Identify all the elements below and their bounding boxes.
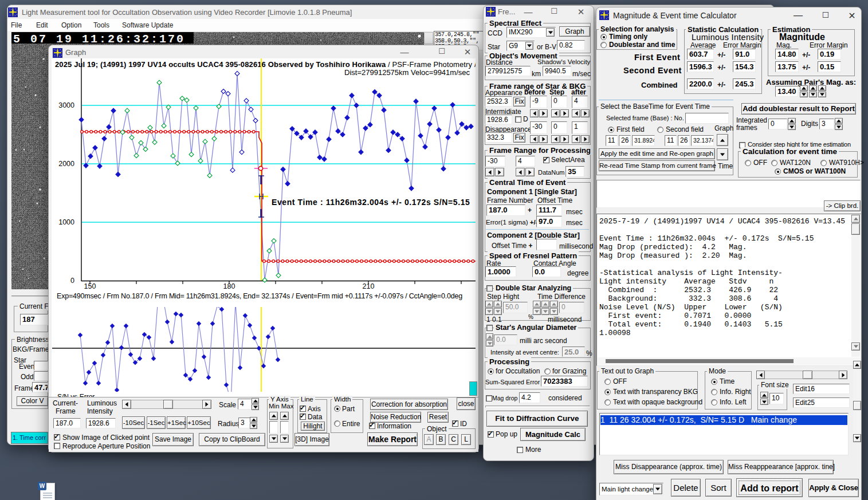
svg-text:Event Time : 11h26m32.004s +/: Event Time : 11h26m32.004s +/- 0.172s S/…: [272, 198, 470, 207]
svg-text:S/N vs Error: S/N vs Error: [57, 393, 95, 397]
svg-text:180: 180: [223, 282, 235, 290]
svg-text:Dist=279912575km Veloc=9941m/s: Dist=279912575km Veloc=9941m/sec: [344, 68, 470, 77]
svg-text:2025 Jul 19; (14991) 1997 UV14: 2025 Jul 19; (14991) 1997 UV14 occults U…: [55, 60, 476, 69]
svg-text:1000: 1000: [58, 218, 74, 226]
svg-text:210: 210: [363, 282, 375, 290]
svg-text:2000: 2000: [58, 160, 74, 168]
svg-text:3000: 3000: [58, 101, 74, 109]
svg-text:0: 0: [70, 277, 74, 285]
svg-text:150: 150: [84, 282, 96, 290]
svg-text:Exp=490msec / Frm No.187.0 / F: Exp=490msec / Frm No.187.0 / Frm Mid= 11…: [57, 292, 462, 300]
